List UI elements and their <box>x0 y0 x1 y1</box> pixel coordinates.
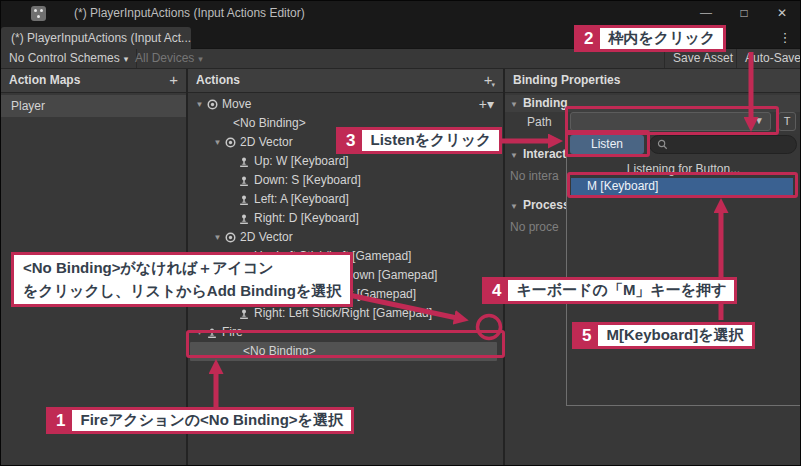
binding-foldout[interactable]: ▼Binding <box>505 95 800 112</box>
close-icon[interactable]: ✕ <box>765 1 799 25</box>
tree-row[interactable]: Left: Left Stick/Left [Gamepad] <box>188 285 503 304</box>
action-map-item-player[interactable]: Player <box>1 95 186 117</box>
maximize-icon[interactable]: □ <box>727 1 761 25</box>
tree-row-label: Up: Left Stick/Left [Gamepad] <box>254 247 411 266</box>
chevron-down-icon: ▼ <box>754 115 764 126</box>
tree-row-label: Left: A [Keyboard] <box>254 190 349 209</box>
tree-row-label: <No Binding> <box>233 114 306 133</box>
tree-row-label: Down: S [Keyboard] <box>254 171 361 190</box>
binding-press-icon <box>238 175 254 187</box>
tree-row[interactable]: Up: Left Stick/Left [Gamepad] <box>188 247 503 266</box>
tree-row-label: Down: Left Stick/Down [Gamepad] <box>254 266 437 285</box>
tree-row[interactable]: <No Binding> <box>190 342 497 361</box>
tab-strip: (*) PlayerInputActions (Input Act... ⋮ <box>1 25 800 49</box>
disclosure-triangle-icon[interactable]: ▼ <box>193 323 206 342</box>
no-interactions-text: No intera <box>510 169 559 183</box>
disclosure-triangle-icon[interactable]: ▼ <box>193 95 206 114</box>
minimize-icon[interactable]: — <box>689 1 723 25</box>
all-devices-dropdown[interactable]: All Devices▾ <box>127 49 211 68</box>
tree-row[interactable]: Down: Left Stick/Down [Gamepad] <box>188 266 503 285</box>
tree-row[interactable]: ▼2D Vector <box>188 228 503 247</box>
tab-player-input-actions[interactable]: (*) PlayerInputActions (Input Act... <box>1 27 191 49</box>
tree-row-label: <No Binding> <box>243 342 316 361</box>
foldout-triangle-icon: ▼ <box>510 202 518 211</box>
binding-properties-panel: Binding Properties ▼Binding Path ▼ T ▼In… <box>505 69 800 466</box>
tree-row-label: 2D Vector <box>240 133 293 152</box>
tree-row[interactable]: Up: W [Keyboard] <box>188 152 503 171</box>
path-label: Path <box>527 115 552 129</box>
app-icon <box>31 6 46 21</box>
search-icon <box>657 139 668 150</box>
listen-button[interactable]: Listen <box>570 135 644 154</box>
kebab-menu-icon[interactable]: ⋮ <box>776 27 794 49</box>
tree-row-label: Up: W [Keyboard] <box>254 152 349 171</box>
binding-properties-header: Binding Properties <box>505 69 800 93</box>
binding-press-icon <box>206 327 222 339</box>
action-maps-header: Action Maps + <box>1 69 186 93</box>
auto-save-button[interactable]: Auto-Save <box>736 49 801 68</box>
tree-row[interactable]: ▼Fire <box>188 323 503 342</box>
disclosure-triangle-icon[interactable]: ▼ <box>211 228 224 247</box>
title-bar: (*) PlayerInputActions (Input Actions Ed… <box>1 1 800 25</box>
tree-row-label: Left: Left Stick/Left [Gamepad] <box>254 285 416 304</box>
binding-press-icon <box>238 308 254 320</box>
action-maps-panel: Action Maps + Player <box>1 69 188 466</box>
binding-press-icon <box>238 289 254 301</box>
tree-row-label: Right: D [Keyboard] <box>254 209 359 228</box>
main-area: Action Maps + Player Actions +▾ ▼Move+▾<… <box>1 69 800 466</box>
action-circle-icon <box>224 136 240 149</box>
picker-result-m-keyboard[interactable]: M [Keyboard] <box>571 178 793 195</box>
tree-row-label: Right: Left Stick/Right [Gamepad] <box>254 304 432 323</box>
toolbar: No Control Schemes▾ All Devices▾ Save As… <box>1 49 800 69</box>
tree-row[interactable]: Right: D [Keyboard] <box>188 209 503 228</box>
tree-row[interactable]: Right: Left Stick/Right [Gamepad] <box>188 304 503 323</box>
path-text-toggle-button[interactable]: T <box>778 112 796 131</box>
action-circle-icon <box>206 98 222 111</box>
tree-row[interactable]: <No Binding> <box>188 114 503 133</box>
binding-press-icon <box>238 156 254 168</box>
add-action-icon[interactable]: +▾ <box>484 69 495 92</box>
binding-press-icon <box>238 194 254 206</box>
no-processors-text: No proce <box>510 220 559 234</box>
binding-press-icon <box>238 213 254 225</box>
tree-row[interactable]: ▼Move+▾ <box>188 95 503 114</box>
tree-row-label: Fire <box>222 323 243 342</box>
tree-row[interactable]: Left: A [Keyboard] <box>188 190 503 209</box>
disclosure-triangle-icon[interactable]: ▼ <box>211 133 224 152</box>
foldout-triangle-icon: ▼ <box>510 151 518 160</box>
control-schemes-dropdown[interactable]: No Control Schemes▾ <box>1 49 137 68</box>
tree-row[interactable]: ▼2D Vector <box>188 133 503 152</box>
input-actions-editor-window: (*) PlayerInputActions (Input Actions Ed… <box>0 0 801 466</box>
listening-status-text: Listening for Button... <box>567 162 800 176</box>
path-dropdown-field[interactable]: ▼ <box>570 112 771 131</box>
add-binding-icon[interactable]: +▾ <box>479 95 494 114</box>
actions-tree: ▼Move+▾<No Binding>▼2D VectorUp: W [Keyb… <box>188 93 503 361</box>
chevron-down-icon: ▾ <box>198 54 203 64</box>
interactions-foldout[interactable]: ▼Interacti <box>510 147 570 161</box>
tree-row-label: 2D Vector <box>240 228 293 247</box>
tree-row-label: Move <box>222 95 251 114</box>
binding-press-icon <box>238 251 254 263</box>
save-asset-button[interactable]: Save Asset <box>664 49 741 68</box>
actions-header: Actions +▾ <box>188 69 503 93</box>
actions-panel: Actions +▾ ▼Move+▾<No Binding>▼2D Vector… <box>188 69 505 466</box>
action-circle-icon <box>224 231 240 244</box>
foldout-triangle-icon: ▼ <box>510 100 518 109</box>
window-title: (*) PlayerInputActions (Input Actions Ed… <box>74 6 305 20</box>
add-action-map-icon[interactable]: + <box>169 69 178 92</box>
control-picker-popup: Listen Listening for Button... M [Keyboa… <box>566 134 800 406</box>
search-input[interactable] <box>649 135 797 154</box>
binding-press-icon <box>238 270 254 282</box>
tree-row[interactable]: Down: S [Keyboard] <box>188 171 503 190</box>
